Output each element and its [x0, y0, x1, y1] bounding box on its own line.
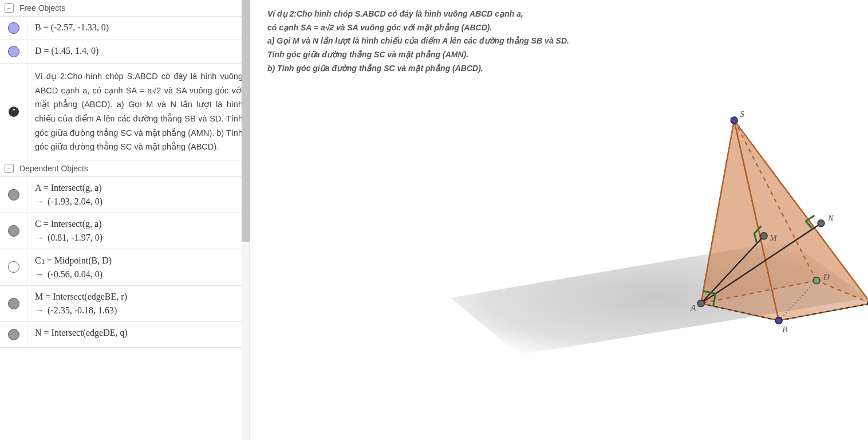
object-row-A[interactable]: A = Intersect(g, a) →(-1.93, 2.04, 0) [0, 177, 250, 213]
visibility-toggle-icon[interactable] [8, 329, 19, 340]
dependent-objects-header[interactable]: − Dependent Objects [0, 160, 250, 177]
collapse-icon[interactable]: − [5, 3, 14, 13]
svg-text:S: S [740, 109, 744, 119]
collapse-icon[interactable]: − [5, 164, 14, 173]
svg-text:D: D [823, 272, 830, 281]
object-row-B[interactable]: B = (-2.57, -1.33, 0) [0, 17, 250, 40]
svg-point-21 [760, 233, 767, 239]
svg-text:N: N [827, 214, 834, 223]
visibility-toggle-icon[interactable] [8, 225, 19, 237]
svg-text:B: B [782, 325, 787, 334]
visibility-toggle-icon[interactable] [8, 46, 19, 57]
visibility-toggle-icon[interactable] [8, 261, 19, 273]
3d-canvas[interactable]: SABCDMN [250, 74, 868, 429]
object-row-C[interactable]: C = Intersect(g, a) →(0.81, -1.97, 0) [0, 213, 250, 249]
sidebar-scrollbar[interactable] [242, 0, 250, 440]
visibility-toggle-icon[interactable] [8, 189, 19, 201]
free-objects-header[interactable]: − Free Objects [0, 0, 250, 17]
svg-text:M: M [769, 233, 778, 242]
object-row-N[interactable]: N = Intersect(edgeDE, q) [0, 322, 250, 348]
visibility-toggle-icon[interactable] [8, 22, 19, 34]
object-row-D[interactable]: D = (1.45, 1.4, 0) [0, 40, 250, 64]
object-row-C1[interactable]: C₁ = Midpoint(B, D) →(-0.56, 0.04, 0) [0, 249, 250, 286]
svg-point-22 [818, 220, 824, 227]
svg-point-18 [697, 300, 704, 307]
svg-point-16 [731, 117, 737, 124]
text-icon[interactable]: ” [9, 107, 19, 117]
scroll-thumb[interactable] [242, 0, 250, 242]
object-row-text[interactable]: ” Ví dụ 2:Cho hình chóp S.ABCD có đáy là… [0, 64, 250, 160]
svg-point-17 [775, 317, 782, 324]
dependent-objects-title: Dependent Objects [19, 164, 88, 173]
free-objects-title: Free Objects [19, 3, 65, 13]
algebra-sidebar: − Free Objects B = (-2.57, -1.33, 0) D =… [0, 0, 250, 440]
pyramid-figure: SABCDMN [690, 109, 868, 334]
graphics-view[interactable]: Ví dụ 2:Cho hình chóp S.ABCD có đáy là h… [250, 0, 868, 440]
svg-text:A: A [690, 303, 696, 312]
visibility-toggle-icon[interactable] [8, 298, 19, 309]
problem-text: Ví dụ 2:Cho hình chóp S.ABCD có đáy là h… [267, 8, 851, 74]
svg-point-20 [813, 277, 820, 284]
object-row-M[interactable]: M = Intersect(edgeBE, r) →(-2.35, -0.18,… [0, 286, 250, 322]
